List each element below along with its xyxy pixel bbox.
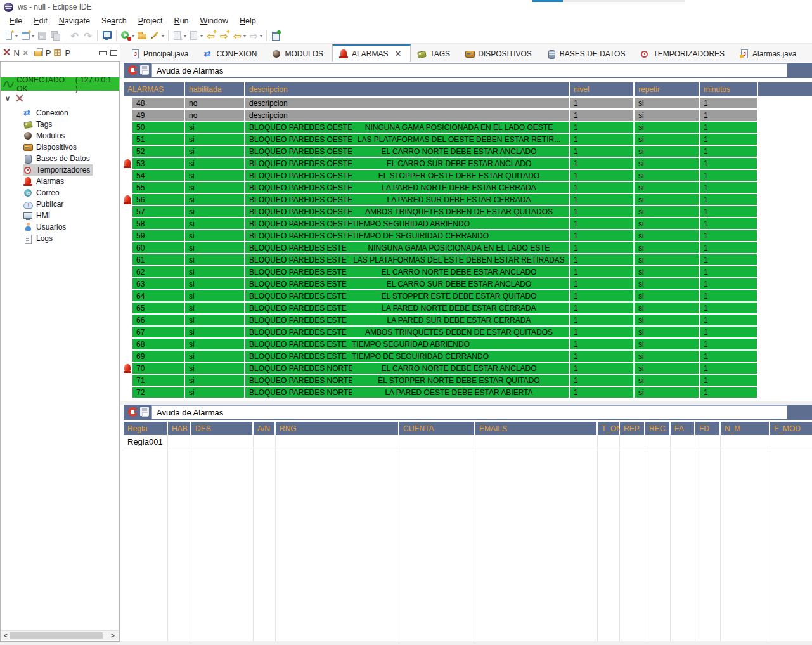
alarm-enabled-cell[interactable]: si xyxy=(185,387,244,398)
alarm-row[interactable]: 60siBLOQUEO PAREDES ESTENINGUNA GAMA POS… xyxy=(124,242,758,253)
alarm-repeat-cell[interactable]: si xyxy=(635,194,699,205)
save-all-button[interactable] xyxy=(49,30,61,41)
alarm-enabled-cell[interactable]: si xyxy=(185,146,244,157)
chevron-down-icon[interactable]: ∨ xyxy=(5,94,10,103)
refresh-icon[interactable] xyxy=(128,65,138,75)
rule-col-rep[interactable]: REP. xyxy=(620,422,644,435)
rule-col-n-m[interactable]: N_M xyxy=(721,422,769,435)
alarm-desc-cell[interactable]: BLOQUEO PAREDES OESTEAMBOS TRINQUETES DE… xyxy=(245,206,569,217)
alarm-row[interactable]: 59siBLOQUEO PAREDES OESTETIEMPO DE SEGUI… xyxy=(124,230,758,241)
alarm-desc-cell[interactable]: BLOQUEO PAREDES NORTEEL CARRO NORTE DEBE… xyxy=(245,363,569,374)
alarm-desc-cell[interactable]: BLOQUEO PAREDES ESTEEL CARRO SUR DEBE ES… xyxy=(245,278,569,289)
menu-run[interactable]: Run xyxy=(169,15,195,27)
alarm-row[interactable]: 64siBLOQUEO PAREDES ESTEEL STOPPER ESTE … xyxy=(124,290,758,301)
alarm-desc-cell[interactable]: BLOQUEO PAREDES ESTEAMBOS TRINQUETES DEB… xyxy=(245,327,569,337)
last-edit-location-button[interactable] xyxy=(205,30,217,41)
alarm-id-cell[interactable]: 57 xyxy=(132,206,184,217)
alarm-desc-cell[interactable]: descripcion xyxy=(245,110,569,121)
alarm-id-cell[interactable]: 51 xyxy=(132,134,184,145)
minimize-view-icon[interactable] xyxy=(99,51,107,55)
alarm-repeat-cell[interactable]: si xyxy=(635,182,699,193)
dropdown-arrow-icon[interactable]: ▾ xyxy=(184,33,186,39)
rule-name-cell[interactable]: Regla001 xyxy=(127,437,163,446)
alarm-level-cell[interactable]: 1 xyxy=(570,387,633,398)
open-folder-button[interactable] xyxy=(136,30,148,41)
alarm-minutes-cell[interactable]: 1 xyxy=(700,122,757,133)
alarm-level-cell[interactable]: 1 xyxy=(570,266,633,277)
alarm-repeat-cell[interactable]: si xyxy=(635,387,699,398)
alarm-enabled-cell[interactable]: si xyxy=(185,218,244,229)
alarm-row[interactable]: 50siBLOQUEO PAREDES OESTENINGUNA GAMA PO… xyxy=(124,122,758,133)
alarm-minutes-cell[interactable]: 1 xyxy=(700,158,757,169)
alarm-enabled-cell[interactable]: si xyxy=(185,194,244,205)
alarm-desc-cell[interactable]: BLOQUEO PAREDES ESTETIEMPO DE SEGUIRIDAD… xyxy=(245,351,569,362)
alarm-repeat-cell[interactable]: si xyxy=(635,230,699,241)
alarm-id-cell[interactable]: 70 xyxy=(132,363,184,374)
tab-alarmas[interactable]: ALARMAS✕ xyxy=(332,44,411,62)
dropdown-arrow-icon[interactable]: ▾ xyxy=(260,33,262,39)
alarm-col-alarmas[interactable]: ALARMAS xyxy=(124,82,184,96)
alarm-repeat-cell[interactable]: si xyxy=(635,242,699,253)
alarm-row[interactable]: 72siBLOQUEO PAREDES NORTELA PARED OESTE … xyxy=(124,387,758,398)
tab-alarmas-java[interactable]: Alarmas.java xyxy=(733,44,805,62)
alarm-level-cell[interactable]: 1 xyxy=(570,218,633,229)
alarm-id-cell[interactable]: 53 xyxy=(132,158,184,169)
alarm-desc-cell[interactable]: BLOQUEO PAREDES OESTEEL CARRO NORTE DEBE… xyxy=(245,146,569,157)
rule-col-cuenta[interactable]: CUENTA xyxy=(399,422,474,435)
rule-col-fd[interactable]: FD xyxy=(695,422,719,435)
alarm-col-descripcion[interactable]: descripcion xyxy=(245,82,569,96)
back-button[interactable]: ▾ xyxy=(231,30,247,41)
alarm-id-cell[interactable]: 52 xyxy=(132,146,184,157)
alarm-id-cell[interactable]: 61 xyxy=(132,254,184,265)
alarm-level-cell[interactable]: 1 xyxy=(570,122,633,133)
alarm-row[interactable]: 71siBLOQUEO PAREDES NORTEEL STOPPER NORT… xyxy=(124,375,758,386)
forward-button[interactable]: ▾ xyxy=(248,30,263,41)
alarm-enabled-cell[interactable]: si xyxy=(185,315,244,325)
alarm-row[interactable]: 69siBLOQUEO PAREDES ESTETIEMPO DE SEGUIR… xyxy=(124,351,758,362)
alarm-level-cell[interactable]: 1 xyxy=(570,242,633,253)
alarm-id-cell[interactable]: 56 xyxy=(132,194,184,205)
rule-col-a-n[interactable]: A/N xyxy=(254,422,274,435)
new-button[interactable]: ▾ xyxy=(3,30,18,41)
alarm-repeat-cell[interactable]: si xyxy=(635,170,699,181)
alarm-id-cell[interactable]: 49 xyxy=(132,110,184,121)
alarm-desc-cell[interactable]: BLOQUEO PAREDES ESTENINGUNA GAMA POSICIO… xyxy=(245,242,569,253)
alarm-row[interactable]: 63siBLOQUEO PAREDES ESTEEL CARRO SUR DEB… xyxy=(124,278,758,289)
menu-help[interactable]: Help xyxy=(234,15,262,27)
alarm-repeat-cell[interactable]: si xyxy=(635,303,699,313)
rule-col-f-mod[interactable]: F_MOD xyxy=(770,422,812,435)
save-icon[interactable] xyxy=(140,407,149,416)
previous-annotation-button[interactable]: ▾ xyxy=(188,30,203,41)
alarm-row[interactable]: 66siBLOQUEO PAREDES ESTELA PARED SUR DEB… xyxy=(124,315,758,325)
alarm-enabled-cell[interactable]: si xyxy=(185,230,244,241)
alarm-level-cell[interactable]: 1 xyxy=(570,98,633,108)
alarm-desc-cell[interactable]: BLOQUEO PAREDES ESTETIEMPO SEGURIDAD ABR… xyxy=(245,339,569,349)
alarm-level-cell[interactable]: 1 xyxy=(570,158,633,169)
alarm-id-cell[interactable]: 67 xyxy=(132,327,184,337)
alarm-level-cell[interactable]: 1 xyxy=(570,278,633,289)
rules-filter-input[interactable] xyxy=(151,405,787,419)
alarm-desc-cell[interactable]: BLOQUEO PAREDES OESTENINGUNA GAMA POSICI… xyxy=(245,122,569,133)
alarm-row[interactable]: 51siBLOQUEO PAREDES OESTELAS PLATAFORMAS… xyxy=(124,134,758,145)
alarm-desc-cell[interactable]: BLOQUEO PAREDES OESTELAS PLATAFORMAS DEL… xyxy=(245,134,569,145)
sidebar-item-dispositivos[interactable]: Dispositivos xyxy=(23,141,79,153)
new-wizard-button[interactable]: ▾ xyxy=(20,30,35,41)
open-console-button[interactable] xyxy=(101,30,113,41)
alarm-enabled-cell[interactable]: si xyxy=(185,170,244,181)
alarm-enabled-cell[interactable]: si xyxy=(185,158,244,169)
undo-button[interactable] xyxy=(68,30,81,41)
alarm-id-cell[interactable]: 72 xyxy=(132,387,184,398)
save-icon[interactable] xyxy=(140,65,149,74)
rule-col-hab[interactable]: HAB xyxy=(168,422,190,435)
alarm-level-cell[interactable]: 1 xyxy=(570,146,633,157)
alarm-desc-cell[interactable]: BLOQUEO PAREDES OESTETIEMPO DE SEGUIRIDA… xyxy=(245,230,569,241)
tab-bases-de-datos[interactable]: BASES DE DATOS xyxy=(541,44,635,62)
sidebar-item-bases-de-datos[interactable]: Bases de Datos xyxy=(23,153,93,164)
dropdown-arrow-icon[interactable]: ▾ xyxy=(32,33,34,39)
close-icon[interactable]: ✕ xyxy=(394,49,401,58)
rule-col-rec[interactable]: REC. xyxy=(645,422,669,435)
alarm-level-cell[interactable]: 1 xyxy=(570,110,633,121)
alarm-col-habilitada[interactable]: habilitada xyxy=(185,82,244,96)
sidebar-item-hmi[interactable]: HMI xyxy=(23,210,53,221)
dropdown-arrow-icon[interactable]: ▾ xyxy=(162,33,164,39)
